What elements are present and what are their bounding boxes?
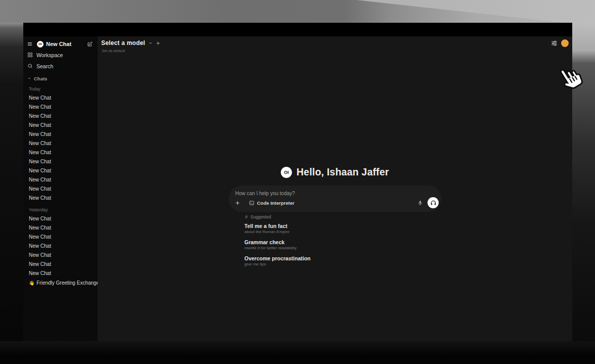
app-logo: OI	[281, 167, 292, 178]
suggested-label: Suggested	[250, 214, 271, 219]
chat-list-item[interactable]: New Chat	[23, 166, 98, 175]
header-controls	[551, 39, 569, 47]
greeting-block: OI Hello, Ishaan Jaffer	[98, 166, 572, 178]
chat-list-item[interactable]: New Chat	[23, 251, 98, 260]
headphones-icon	[430, 200, 437, 206]
terminal-icon	[249, 200, 254, 206]
chat-list-item[interactable]: New Chat	[23, 269, 98, 278]
model-selector-label: Select a model	[101, 39, 145, 47]
wave-emoji-icon: 👋	[29, 279, 34, 288]
sidebar-item-workspace[interactable]: Workspace	[23, 50, 98, 60]
chat-list-yesterday: New Chat New Chat New Chat New Chat New …	[23, 214, 98, 278]
chat-group-label-today: Today	[23, 86, 98, 92]
chats-section-toggle[interactable]: Chats	[23, 75, 98, 82]
add-model-icon[interactable]	[156, 41, 160, 46]
chats-label: Chats	[34, 76, 47, 81]
prompt-subtitle: rewrite it for better readability	[244, 246, 411, 251]
chat-list-item[interactable]: New Chat	[23, 185, 98, 194]
prompt-title: Tell me a fun fact	[244, 223, 411, 230]
suggested-prompt[interactable]: Grammar check rewrite it for better read…	[244, 239, 411, 251]
screen: OI New Chat Workspace Search	[0, 0, 595, 364]
voice-call-button[interactable]	[428, 197, 439, 208]
set-default-link[interactable]: Set as default	[102, 49, 125, 53]
chat-list-item[interactable]: New Chat	[23, 121, 98, 130]
new-chat-icon[interactable]	[87, 41, 93, 47]
chevron-down-icon	[27, 76, 31, 80]
prompt-subtitle: give me tips	[244, 262, 411, 267]
suggested-prompt-list: Tell me a fun fact about the Roman Empir…	[244, 223, 411, 267]
sidebar-title: New Chat	[46, 41, 71, 47]
app-logo: OI	[37, 41, 44, 48]
chat-list-item[interactable]: New Chat	[23, 112, 98, 121]
sidebar-header: OI New Chat	[23, 39, 98, 49]
app-titlebar	[23, 23, 572, 36]
chat-group-label-yesterday: Yesterday	[23, 207, 98, 213]
greeting-text: Hello, Ishaan Jaffer	[296, 166, 389, 178]
chat-list-item[interactable]: New Chat	[23, 157, 98, 166]
suggested-prompt[interactable]: Tell me a fun fact about the Roman Empir…	[244, 223, 411, 235]
attach-plus-icon[interactable]	[235, 200, 240, 206]
composer-toolbar: Code Interpreter	[235, 197, 439, 209]
workspace-grid-icon	[27, 52, 33, 58]
search-icon	[27, 63, 33, 69]
suggested-header: Suggested	[244, 214, 411, 219]
message-input[interactable]: How can I help you today?	[235, 191, 295, 196]
code-interpreter-label: Code Interpreter	[257, 200, 294, 206]
chat-list-item[interactable]: New Chat	[23, 214, 98, 223]
chat-item-label: Friendly Greeting Exchange	[36, 279, 98, 288]
settings-sliders-icon[interactable]	[551, 40, 558, 47]
chat-list-item[interactable]: New Chat	[23, 94, 98, 103]
chat-list-item[interactable]: New Chat	[23, 148, 98, 157]
chat-list-today: New Chat New Chat New Chat New Chat New …	[23, 94, 98, 203]
chat-list-item-friendly-greeting[interactable]: 👋 Friendly Greeting Exchange	[23, 279, 98, 288]
sidebar-item-search[interactable]: Search	[23, 61, 98, 71]
sidebar: OI New Chat Workspace Search	[23, 36, 98, 341]
search-label: Search	[36, 63, 53, 69]
chat-list-item[interactable]: New Chat	[23, 233, 98, 242]
model-selector[interactable]: Select a model	[101, 39, 160, 47]
chat-list-item[interactable]: New Chat	[23, 242, 98, 251]
workspace-label: Workspace	[36, 52, 63, 58]
sidebar-toggle-icon[interactable]	[27, 41, 32, 47]
bolt-icon	[244, 215, 248, 219]
chat-list-item[interactable]: New Chat	[23, 260, 98, 269]
chat-list-item[interactable]: New Chat	[23, 139, 98, 148]
chat-list-item[interactable]: New Chat	[23, 103, 98, 112]
message-composer[interactable]: How can I help you today? Code Interpret…	[229, 186, 441, 212]
desktop-background-right	[572, 23, 595, 364]
suggested-section: Suggested Tell me a fun fact about the R…	[244, 214, 411, 267]
user-avatar[interactable]	[561, 39, 569, 47]
chat-list-item[interactable]: New Chat	[23, 130, 98, 139]
main-panel: Select a model Set as default OI Hello, …	[98, 36, 572, 341]
app-window: OI New Chat Workspace Search	[23, 23, 572, 341]
chat-list-item[interactable]: New Chat	[23, 175, 98, 185]
chat-list-item[interactable]: New Chat	[23, 223, 98, 233]
prompt-title: Grammar check	[244, 239, 411, 246]
prompt-title: Overcome procrastination	[244, 255, 411, 262]
code-interpreter-toggle[interactable]: Code Interpreter	[249, 200, 294, 206]
chevron-down-icon	[148, 41, 153, 46]
desktop-background-left	[0, 23, 23, 364]
chat-list-item[interactable]: New Chat	[23, 194, 98, 203]
microphone-icon[interactable]	[417, 200, 423, 206]
suggested-prompt[interactable]: Overcome procrastination give me tips	[244, 255, 411, 267]
desktop-background-bottom	[0, 341, 595, 364]
prompt-subtitle: about the Roman Empire	[244, 230, 411, 235]
